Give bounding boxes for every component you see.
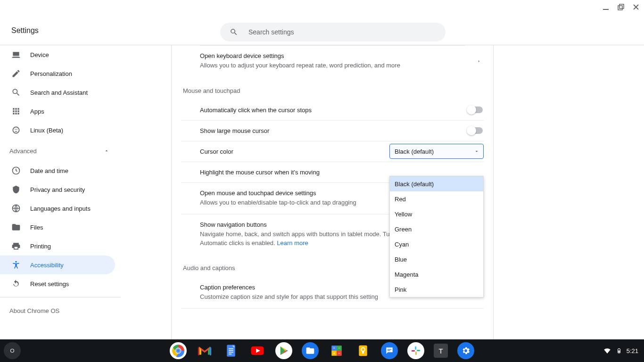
linux-icon xyxy=(11,125,21,135)
sidebar-item-reset[interactable]: Reset settings xyxy=(0,274,115,293)
sidebar-item-label: Printing xyxy=(30,243,51,250)
pencil-icon xyxy=(11,69,21,78)
sidebar-item-search-assistant[interactable]: Search and Assistant xyxy=(0,83,115,102)
app-text-icon[interactable]: T xyxy=(434,344,448,358)
sidebar-item-printing[interactable]: Printing xyxy=(0,237,115,255)
app-settings-icon[interactable] xyxy=(457,342,474,359)
sidebar-item-languages[interactable]: Languages and inputs xyxy=(0,199,115,218)
shelf: +−×÷ T 5:21 xyxy=(0,339,644,362)
globe-icon xyxy=(11,204,21,213)
toggle-large-cursor[interactable] xyxy=(468,127,483,134)
sidebar-item-linux[interactable]: Linux (Beta) xyxy=(0,121,115,140)
app-keep-icon[interactable] xyxy=(355,342,372,359)
svg-rect-32 xyxy=(388,349,391,350)
restore-icon[interactable] xyxy=(618,4,624,10)
svg-rect-1 xyxy=(618,6,622,10)
dropdown-option[interactable]: Black (default) xyxy=(390,176,483,191)
row-cursor-color[interactable]: Cursor color Black (default) xyxy=(181,141,484,162)
svg-text:+: + xyxy=(333,346,335,350)
row-title: Show large mouse cursor xyxy=(200,127,465,134)
sidebar-item-label: Reset settings xyxy=(30,280,69,288)
sidebar-item-label: Linux (Beta) xyxy=(30,127,63,134)
section-title-mouse: Mouse and touchpad xyxy=(183,87,484,94)
row-auto-click[interactable]: Automatically click when the cursor stop… xyxy=(181,100,484,120)
sidebar-item-apps[interactable]: Apps xyxy=(0,102,115,121)
sidebar-item-files[interactable]: Files xyxy=(0,218,115,237)
accessibility-icon xyxy=(11,260,21,270)
sidebar-item-label: Date and time xyxy=(30,167,68,174)
toggle-auto-click[interactable] xyxy=(468,107,483,113)
shield-icon xyxy=(11,185,21,194)
app-files-icon[interactable] xyxy=(302,342,319,359)
learn-more-link[interactable]: Learn more xyxy=(277,239,308,247)
svg-rect-37 xyxy=(412,350,415,352)
row-keyboard-settings[interactable]: Open keyboard device settings Allows you… xyxy=(181,46,484,77)
search-bar[interactable] xyxy=(220,23,446,41)
svg-point-3 xyxy=(13,127,19,133)
svg-rect-18 xyxy=(229,354,231,354)
laptop-icon xyxy=(11,50,21,59)
svg-rect-17 xyxy=(229,352,233,353)
app-slack-icon[interactable] xyxy=(407,342,424,359)
row-large-cursor[interactable]: Show large mouse cursor xyxy=(181,120,484,141)
launcher-button[interactable] xyxy=(4,342,21,359)
chevron-down-icon xyxy=(474,148,479,154)
printer-icon xyxy=(11,241,21,251)
sidebar-item-privacy[interactable]: Privacy and security xyxy=(0,180,115,199)
row-title: Highlight the mouse cursor when it's mov… xyxy=(200,169,465,176)
search-input[interactable] xyxy=(248,28,440,36)
shelf-status[interactable]: 5:21 xyxy=(603,346,638,355)
search-icon xyxy=(11,88,21,97)
sidebar-advanced-toggle[interactable]: Advanced xyxy=(0,141,121,160)
row-subtitle: Allows you to adjust your keyboard repea… xyxy=(200,61,465,70)
select-value: Black (default) xyxy=(395,148,434,155)
cursor-color-dropdown[interactable]: Black (default) Red Yellow Green Cyan Bl… xyxy=(389,176,484,297)
app-messages-icon[interactable] xyxy=(381,342,398,359)
app-youtube-icon[interactable] xyxy=(249,342,266,359)
dropdown-option[interactable]: Green xyxy=(390,222,483,237)
chevron-right-icon xyxy=(477,58,481,64)
svg-point-5 xyxy=(17,129,17,130)
svg-rect-31 xyxy=(362,351,364,354)
sidebar-about[interactable]: About Chrome OS xyxy=(0,301,121,320)
search-icon xyxy=(230,28,248,36)
svg-rect-2 xyxy=(619,4,624,8)
sidebar: Device Personalization Search and Assist… xyxy=(0,45,121,339)
dropdown-option[interactable]: Yellow xyxy=(390,206,483,222)
svg-point-4 xyxy=(15,129,16,130)
svg-rect-39 xyxy=(619,348,619,349)
shelf-time: 5:21 xyxy=(627,347,638,354)
app-chrome-icon[interactable] xyxy=(170,342,187,359)
minimize-icon[interactable] xyxy=(603,4,609,10)
sidebar-separator xyxy=(0,297,121,297)
svg-text:÷: ÷ xyxy=(338,351,340,355)
dropdown-option[interactable]: Cyan xyxy=(390,237,483,252)
sidebar-item-label: Privacy and security xyxy=(30,186,85,193)
page-title: Settings xyxy=(11,26,39,35)
cursor-color-select[interactable]: Black (default) xyxy=(389,144,484,159)
row-title: Open keyboard device settings xyxy=(200,52,465,59)
svg-rect-35 xyxy=(417,350,420,351)
window-controls xyxy=(603,4,639,10)
sidebar-item-label: Personalization xyxy=(30,70,72,77)
svg-rect-33 xyxy=(388,350,390,351)
dropdown-option[interactable]: Magenta xyxy=(390,267,483,282)
sidebar-item-device[interactable]: Device xyxy=(0,45,115,64)
sidebar-item-date-time[interactable]: Date and time xyxy=(0,161,115,180)
dropdown-option[interactable]: Blue xyxy=(390,252,483,267)
apps-grid-icon xyxy=(11,107,21,116)
app-calculator-icon[interactable]: +−×÷ xyxy=(328,342,345,359)
app-gmail-icon[interactable] xyxy=(196,342,213,359)
chevron-up-icon xyxy=(104,148,109,154)
sidebar-item-accessibility[interactable]: Accessibility xyxy=(0,255,115,274)
dropdown-option[interactable]: Pink xyxy=(390,282,483,297)
app-play-store-icon[interactable] xyxy=(275,342,292,359)
sidebar-item-label: Files xyxy=(30,224,43,231)
dropdown-option[interactable]: Red xyxy=(390,191,483,206)
sidebar-item-label: Accessibility xyxy=(30,262,64,269)
sidebar-item-personalization[interactable]: Personalization xyxy=(0,64,115,83)
svg-text:−: − xyxy=(338,346,340,350)
close-icon[interactable] xyxy=(633,4,639,10)
app-docs-icon[interactable] xyxy=(223,342,239,359)
advanced-label: Advanced xyxy=(9,148,104,155)
